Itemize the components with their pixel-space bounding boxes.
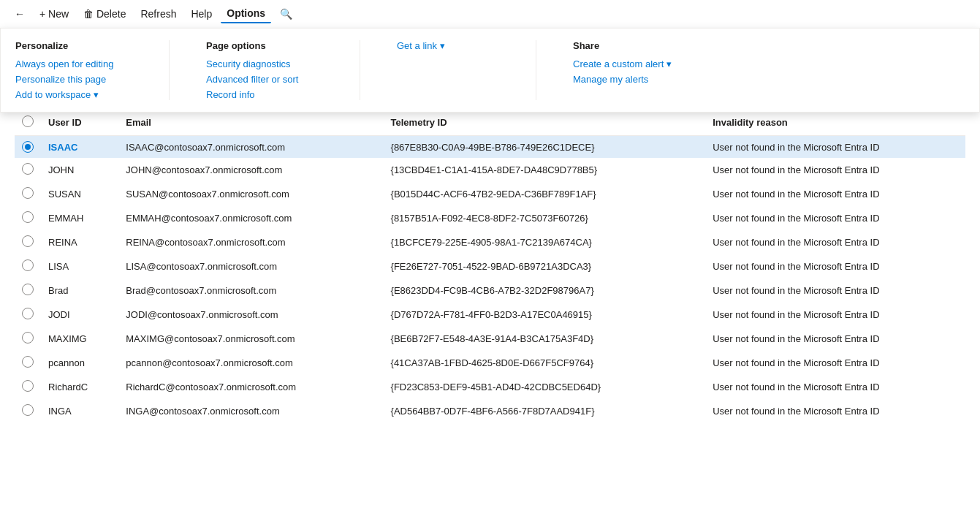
get-link-section: Get a link ▾ [397,40,499,100]
delete-label: 🗑 Delete [83,8,126,20]
cell-telemetry: {E8623DD4-FC9B-4CB6-A7B2-32D2F98796A7} [384,278,706,303]
row-radio[interactable] [22,259,34,271]
header-radio[interactable] [22,115,34,127]
get-a-link[interactable]: Get a link ▾ [397,40,499,51]
row-radio-cell[interactable] [15,327,41,351]
row-radio-cell[interactable] [15,303,41,327]
table-row[interactable]: SUSANSUSAN@contosoax7.onmicrosoft.com{B0… [15,182,965,206]
refresh-button[interactable]: Refresh [134,5,182,23]
row-radio-cell[interactable] [15,182,41,206]
share-title: Share [573,40,690,51]
cell-userid: RichardC [41,375,118,399]
new-button[interactable]: + New [34,5,75,23]
table-row[interactable]: pcannonpcannon@contosoax7.onmicrosoft.co… [15,351,965,375]
row-radio-cell[interactable] [15,230,41,254]
personalize-section: Personalize Always open for editing Pers… [15,40,132,100]
cell-email: EMMAH@contosoax7.onmicrosoft.com [118,206,383,230]
cell-email: MAXIMG@contosoax7.onmicrosoft.com [118,327,383,351]
row-radio-cell[interactable] [15,206,41,230]
back-button[interactable]: ← [9,5,31,23]
help-button[interactable]: Help [185,5,218,23]
table-row[interactable]: BradBrad@contosoax7.onmicrosoft.com{E862… [15,278,965,303]
table-row[interactable]: RichardCRichardC@contosoax7.onmicrosoft.… [15,375,965,399]
cell-userid: LISA [41,254,118,278]
personalize-this-page[interactable]: Personalize this page [15,74,132,85]
row-radio[interactable] [22,141,34,153]
cell-email: JOHN@contosoax7.onmicrosoft.com [118,158,383,182]
row-radio-cell[interactable] [15,351,41,375]
cell-email: Brad@contosoax7.onmicrosoft.com [118,278,383,303]
cell-reason: User not found in the Microsoft Entra ID [705,206,965,230]
help-label: Help [191,8,212,20]
search-button[interactable]: 🔍 [274,5,298,23]
row-radio[interactable] [22,235,34,247]
cell-reason: User not found in the Microsoft Entra ID [705,136,965,159]
cell-email: pcannon@contosoax7.onmicrosoft.com [118,351,383,375]
col-telemetry: Telemetry ID [384,110,706,136]
divider-3 [536,40,536,100]
cell-telemetry: {BE6B72F7-E548-4A3E-91A4-B3CA175A3F4D} [384,327,706,351]
col-email: Email [118,110,383,136]
record-info[interactable]: Record info [206,89,323,100]
table-row[interactable]: LISALISA@contosoax7.onmicrosoft.com{FE26… [15,254,965,278]
table-row[interactable]: ISAACISAAC@contosoax7.onmicrosoft.com{86… [15,136,965,159]
add-to-workspace[interactable]: Add to workspace ▾ [15,89,132,100]
row-radio-cell[interactable] [15,399,41,423]
cell-reason: User not found in the Microsoft Entra ID [705,399,965,423]
refresh-label: Refresh [140,8,176,20]
userid-link[interactable]: ISAAC [48,142,77,153]
row-radio[interactable] [22,356,34,368]
cell-reason: User not found in the Microsoft Entra ID [705,158,965,182]
options-dropdown: Personalize Always open for editing Pers… [0,28,980,113]
manage-my-alerts[interactable]: Manage my alerts [573,74,690,85]
row-radio[interactable] [22,308,34,319]
create-custom-alert[interactable]: Create a custom alert ▾ [573,58,690,69]
cell-email: JODI@contosoax7.onmicrosoft.com [118,303,383,327]
back-icon: ← [15,8,25,20]
cell-telemetry: {867E8B30-C0A9-49BE-B786-749E26C1DECE} [384,136,706,159]
data-table: User ID Email Telemetry ID Invalidity re… [15,110,965,423]
always-open-editing[interactable]: Always open for editing [15,58,132,69]
table-row[interactable]: INGAINGA@contosoax7.onmicrosoft.com{AD56… [15,399,965,423]
cell-reason: User not found in the Microsoft Entra ID [705,375,965,399]
radio-inner [25,144,31,150]
cell-userid: REINA [41,230,118,254]
row-radio[interactable] [22,404,34,416]
options-button[interactable]: Options [221,4,271,23]
row-radio[interactable] [22,332,34,344]
cell-telemetry: {FD23C853-DEF9-45B1-AD4D-42CDBC5ED64D} [384,375,706,399]
row-radio-cell[interactable] [15,136,41,159]
row-radio[interactable] [22,211,34,223]
row-radio[interactable] [22,284,34,295]
table-row[interactable]: EMMAHEMMAH@contosoax7.onmicrosoft.com{81… [15,206,965,230]
row-radio-cell[interactable] [15,254,41,278]
col-reason: Invalidity reason [705,110,965,136]
cell-reason: User not found in the Microsoft Entra ID [705,303,965,327]
row-radio-cell[interactable] [15,158,41,182]
delete-button[interactable]: 🗑 Delete [77,5,132,23]
personalize-title: Personalize [15,40,132,51]
toolbar: ← + New 🗑 Delete Refresh Help Options 🔍 … [0,0,980,29]
cell-telemetry: {1BCFCE79-225E-4905-98A1-7C2139A674CA} [384,230,706,254]
cell-email: SUSAN@contosoax7.onmicrosoft.com [118,182,383,206]
row-radio[interactable] [22,163,34,175]
row-radio[interactable] [22,187,34,199]
cell-reason: User not found in the Microsoft Entra ID [705,230,965,254]
cell-reason: User not found in the Microsoft Entra ID [705,327,965,351]
table-row[interactable]: JOHNJOHN@contosoax7.onmicrosoft.com{13CB… [15,158,965,182]
row-radio[interactable] [22,380,34,392]
cell-email: LISA@contosoax7.onmicrosoft.com [118,254,383,278]
cell-telemetry: {D767D72A-F781-4FF0-B2D3-A17EC0A46915} [384,303,706,327]
table-row[interactable]: REINAREINA@contosoax7.onmicrosoft.com{1B… [15,230,965,254]
table-row[interactable]: JODIJODI@contosoax7.onmicrosoft.com{D767… [15,303,965,327]
cell-userid: JOHN [41,158,118,182]
share-section: Share Create a custom alert ▾ Manage my … [573,40,690,100]
row-radio-cell[interactable] [15,375,41,399]
cell-userid: pcannon [41,351,118,375]
cell-telemetry: {B015D44C-ACF6-47B2-9EDA-C36BF789F1AF} [384,182,706,206]
advanced-filter-sort[interactable]: Advanced filter or sort [206,74,323,85]
col-select [15,110,41,136]
security-diagnostics[interactable]: Security diagnostics [206,58,323,69]
row-radio-cell[interactable] [15,278,41,303]
table-row[interactable]: MAXIMGMAXIMG@contosoax7.onmicrosoft.com{… [15,327,965,351]
